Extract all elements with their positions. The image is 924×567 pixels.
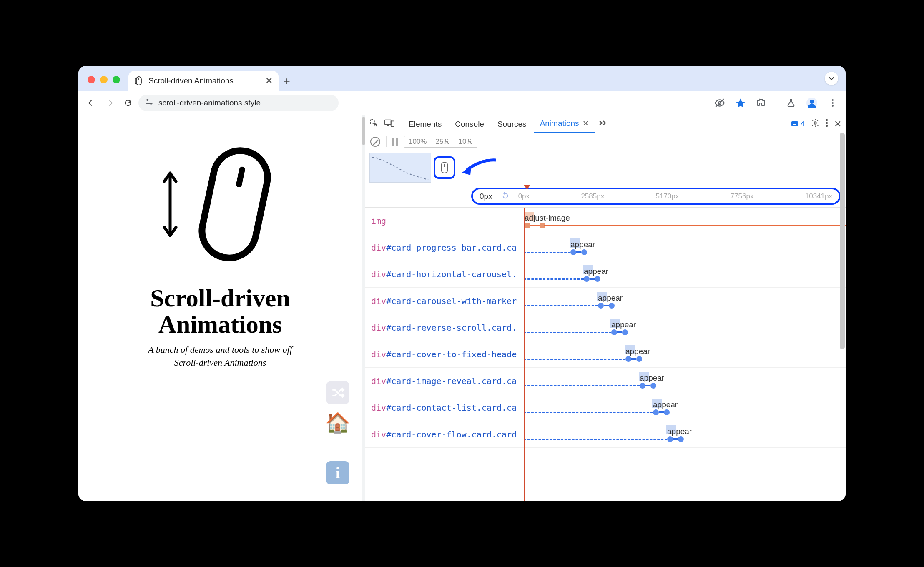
close-devtools-icon[interactable]: ✕: [834, 119, 841, 130]
settings-gear-icon[interactable]: [811, 118, 820, 130]
animation-group-thumbnail[interactable]: [369, 153, 431, 183]
more-tabs-icon[interactable]: [596, 120, 610, 128]
element-selector: div#card-progress-bar.card.ca: [365, 243, 524, 253]
animation-row[interactable]: div#card-reverse-scroll.card.appear: [365, 314, 846, 341]
keyframe-range[interactable]: [570, 249, 587, 255]
pause-icon[interactable]: [392, 138, 398, 146]
animation-lane[interactable]: appear: [524, 368, 846, 394]
device-toolbar-icon[interactable]: [384, 118, 394, 130]
back-button[interactable]: [83, 95, 99, 111]
mouse-large-icon: [191, 142, 279, 268]
tab-elements[interactable]: Elements: [403, 115, 447, 133]
svg-rect-30: [441, 162, 448, 173]
keyframe-range[interactable]: [640, 383, 656, 389]
element-selector: div#card-image-reveal.card.ca: [365, 376, 524, 386]
keyframe-range[interactable]: [625, 356, 642, 362]
animations-list[interactable]: imgadjust-imagediv#card-progress-bar.car…: [365, 208, 846, 501]
info-button[interactable]: i: [326, 461, 349, 484]
bookmark-star-icon[interactable]: [733, 95, 748, 111]
svg-rect-22: [391, 121, 394, 126]
tab-animations[interactable]: Animations ✕: [534, 115, 595, 133]
drag-handle-icon: [362, 117, 365, 145]
tabs-dropdown-button[interactable]: [825, 72, 838, 85]
close-tab-icon[interactable]: ✕: [265, 75, 273, 86]
speed-25[interactable]: 25%: [431, 136, 454, 147]
scroll-source-badge[interactable]: [434, 156, 455, 179]
ruler-ticks: 0px 2585px 5170px 7756px 10341px: [518, 192, 832, 201]
address-bar[interactable]: scroll-driven-animations.style: [138, 95, 339, 111]
animation-row[interactable]: div#card-image-reveal.card.caappear: [365, 368, 846, 394]
replay-icon[interactable]: [501, 191, 510, 202]
speed-10[interactable]: 10%: [454, 136, 477, 147]
keyframe-range[interactable]: [653, 409, 670, 415]
updown-arrow-icon: [162, 169, 178, 241]
animation-lane[interactable]: appear: [524, 421, 846, 447]
keyframe-range[interactable]: [611, 329, 628, 335]
svg-point-6: [151, 103, 152, 104]
animation-name-label: appear: [611, 320, 636, 329]
svg-point-14: [832, 102, 834, 104]
animation-lane[interactable]: appear: [524, 234, 846, 261]
close-panel-icon[interactable]: ✕: [583, 119, 589, 128]
element-selector: div#card-cover-flow.card.card: [365, 429, 524, 439]
clear-icon[interactable]: [370, 137, 380, 147]
profile-avatar[interactable]: [804, 95, 820, 111]
animation-lane[interactable]: appear: [524, 394, 846, 421]
keyframe-range[interactable]: [525, 223, 545, 228]
extensions-icon[interactable]: [753, 95, 769, 111]
animation-row[interactable]: imgadjust-image: [365, 208, 846, 234]
keyframe-range[interactable]: [598, 303, 615, 309]
keyframe-range[interactable]: [584, 276, 600, 282]
timeline-ruler[interactable]: 0px 0px 2585px 5170px 7756px 10341px: [365, 185, 846, 208]
animation-lane[interactable]: appear: [524, 341, 846, 367]
issues-button[interactable]: 4: [791, 120, 805, 128]
divider: [386, 136, 387, 147]
eye-off-icon[interactable]: [712, 95, 728, 111]
animation-row[interactable]: div#card-cover-flow.card.cardappear: [365, 421, 846, 448]
shuffle-button[interactable]: [326, 381, 349, 404]
element-selector: div#card-carousel-with-marker: [365, 296, 524, 306]
keyframe-range[interactable]: [667, 436, 684, 442]
svg-rect-0: [136, 77, 141, 85]
tab-sources[interactable]: Sources: [492, 115, 532, 133]
toolbar-right: [712, 95, 841, 111]
animation-row[interactable]: div#card-cover-to-fixed-headeappear: [365, 341, 846, 368]
animation-row[interactable]: div#card-contact-list.card.caappear: [365, 394, 846, 421]
svg-rect-24: [793, 123, 797, 123]
speed-100[interactable]: 100%: [404, 136, 431, 147]
element-selector: div#card-reverse-scroll.card.: [365, 323, 524, 333]
kebab-menu-icon[interactable]: [825, 95, 841, 111]
animation-lane[interactable]: appear: [524, 314, 846, 341]
animation-row[interactable]: div#card-carousel-with-markerappear: [365, 288, 846, 314]
inspect-element-icon[interactable]: [369, 118, 379, 130]
element-selector: div#card-horizontal-carousel.: [365, 269, 524, 279]
element-selector: img: [365, 216, 524, 226]
divider: [776, 98, 776, 108]
forward-button[interactable]: [102, 95, 118, 111]
home-button[interactable]: 🏠: [326, 411, 349, 434]
devtools-scrollbar[interactable]: [840, 133, 845, 349]
animation-row[interactable]: div#card-progress-bar.card.caappear: [365, 234, 846, 261]
labs-flask-icon[interactable]: [783, 95, 799, 111]
new-tab-button[interactable]: +: [279, 71, 295, 91]
animation-name-label: appear: [667, 427, 692, 436]
reload-button[interactable]: [120, 95, 136, 111]
tab-console[interactable]: Console: [449, 115, 490, 133]
animation-row[interactable]: div#card-horizontal-carousel.appear: [365, 261, 846, 288]
playhead-marker-icon[interactable]: [524, 184, 530, 193]
site-settings-icon[interactable]: [145, 98, 153, 108]
svg-point-12: [810, 100, 814, 104]
minimize-window-button[interactable]: [100, 76, 108, 83]
page-viewport[interactable]: Scroll-driven Animations A bunch of demo…: [78, 115, 362, 501]
animation-lane[interactable]: appear: [524, 261, 846, 287]
url-text: scroll-driven-animations.style: [158, 98, 261, 108]
svg-marker-32: [462, 166, 471, 175]
animation-name-label: appear: [584, 267, 608, 276]
animation-lane[interactable]: adjust-image: [524, 208, 846, 234]
animation-lane[interactable]: appear: [524, 288, 846, 314]
devtools-kebab-icon[interactable]: [826, 119, 828, 129]
close-window-button[interactable]: [88, 76, 95, 83]
devtools-resize-handle[interactable]: [362, 115, 365, 501]
browser-tab[interactable]: Scroll-driven Animations ✕: [128, 71, 279, 91]
maximize-window-button[interactable]: [113, 76, 120, 83]
